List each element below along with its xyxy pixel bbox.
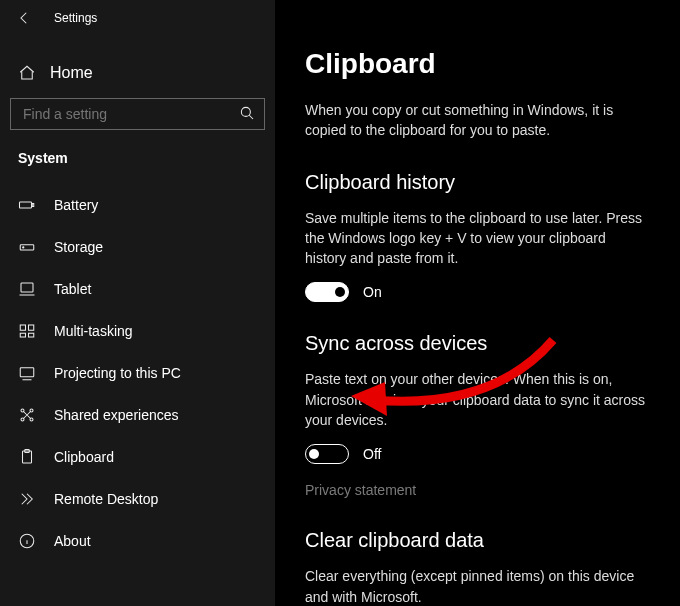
nav-storage[interactable]: Storage — [0, 226, 275, 268]
history-toggle-label: On — [363, 284, 382, 300]
nav-label: Multi-tasking — [54, 323, 133, 339]
svg-point-12 — [30, 409, 33, 412]
arrow-left-icon — [15, 9, 33, 27]
search-box[interactable] — [10, 98, 265, 130]
app-title: Settings — [54, 11, 97, 25]
clipboard-icon — [18, 448, 36, 466]
svg-rect-7 — [29, 325, 34, 330]
nav-multitasking[interactable]: Multi-tasking — [0, 310, 275, 352]
history-desc: Save multiple items to the clipboard to … — [305, 208, 650, 269]
home-label: Home — [50, 64, 93, 82]
sidebar: Settings Home System Battery — [0, 0, 275, 606]
about-icon — [18, 532, 36, 550]
page-intro: When you copy or cut something in Window… — [305, 100, 650, 141]
history-toggle[interactable] — [305, 282, 349, 302]
nav-list: Battery Storage Tablet Multi-tasking Pro… — [0, 184, 275, 562]
history-heading: Clipboard history — [305, 171, 650, 194]
svg-point-4 — [23, 247, 24, 248]
sync-toggle-label: Off — [363, 446, 381, 462]
tablet-icon — [18, 280, 36, 298]
nav-label: Tablet — [54, 281, 91, 297]
svg-rect-8 — [20, 333, 25, 337]
nav-tablet[interactable]: Tablet — [0, 268, 275, 310]
projecting-icon — [18, 364, 36, 382]
nav-battery[interactable]: Battery — [0, 184, 275, 226]
nav-remote-desktop[interactable]: Remote Desktop — [0, 478, 275, 520]
back-button[interactable] — [14, 8, 34, 28]
nav-about[interactable]: About — [0, 520, 275, 562]
svg-point-14 — [30, 418, 33, 421]
svg-rect-5 — [21, 283, 33, 292]
svg-rect-2 — [32, 204, 34, 207]
nav-projecting[interactable]: Projecting to this PC — [0, 352, 275, 394]
shared-experiences-icon — [18, 406, 36, 424]
category-header: System — [0, 136, 275, 184]
nav-label: Storage — [54, 239, 103, 255]
privacy-link[interactable]: Privacy statement — [305, 482, 416, 498]
home-icon — [18, 64, 36, 82]
search-icon — [238, 104, 256, 125]
nav-label: Shared experiences — [54, 407, 179, 423]
svg-point-13 — [21, 418, 24, 421]
storage-icon — [18, 238, 36, 256]
clear-desc: Clear everything (except pinned items) o… — [305, 566, 650, 606]
nav-label: Projecting to this PC — [54, 365, 181, 381]
nav-shared-experiences[interactable]: Shared experiences — [0, 394, 275, 436]
sync-desc: Paste text on your other devices. When t… — [305, 369, 650, 430]
main-content: Clipboard When you copy or cut something… — [275, 0, 680, 606]
page-title: Clipboard — [305, 48, 650, 80]
nav-label: Clipboard — [54, 449, 114, 465]
sync-heading: Sync across devices — [305, 332, 650, 355]
svg-point-0 — [241, 107, 250, 116]
multitasking-icon — [18, 322, 36, 340]
battery-icon — [18, 196, 36, 214]
titlebar: Settings — [0, 4, 275, 40]
svg-rect-6 — [20, 325, 25, 330]
remote-desktop-icon — [18, 490, 36, 508]
search-input[interactable] — [23, 106, 238, 122]
svg-rect-9 — [29, 333, 34, 337]
svg-point-11 — [21, 409, 24, 412]
sync-toggle[interactable] — [305, 444, 349, 464]
nav-label: About — [54, 533, 91, 549]
svg-rect-1 — [20, 202, 32, 208]
svg-rect-10 — [20, 368, 34, 377]
nav-clipboard[interactable]: Clipboard — [0, 436, 275, 478]
home-link[interactable]: Home — [0, 54, 275, 92]
nav-label: Remote Desktop — [54, 491, 158, 507]
nav-label: Battery — [54, 197, 98, 213]
clear-heading: Clear clipboard data — [305, 529, 650, 552]
